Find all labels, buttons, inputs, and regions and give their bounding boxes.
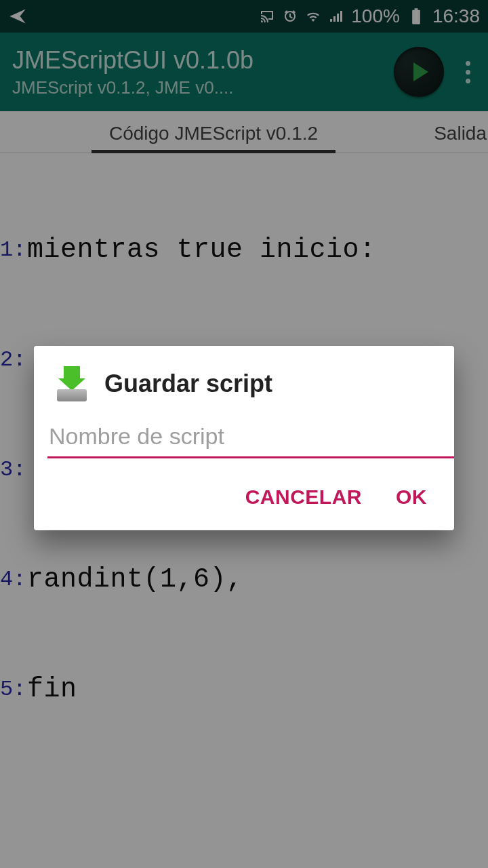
- save-dialog: Guardar script CANCELAR OK: [34, 346, 454, 530]
- save-icon: [54, 366, 89, 401]
- dialog-title: Guardar script: [104, 370, 272, 398]
- modal-scrim[interactable]: Guardar script CANCELAR OK: [0, 0, 488, 868]
- ok-button[interactable]: OK: [396, 486, 427, 509]
- cancel-button[interactable]: CANCELAR: [245, 486, 362, 509]
- script-name-input[interactable]: [47, 415, 454, 458]
